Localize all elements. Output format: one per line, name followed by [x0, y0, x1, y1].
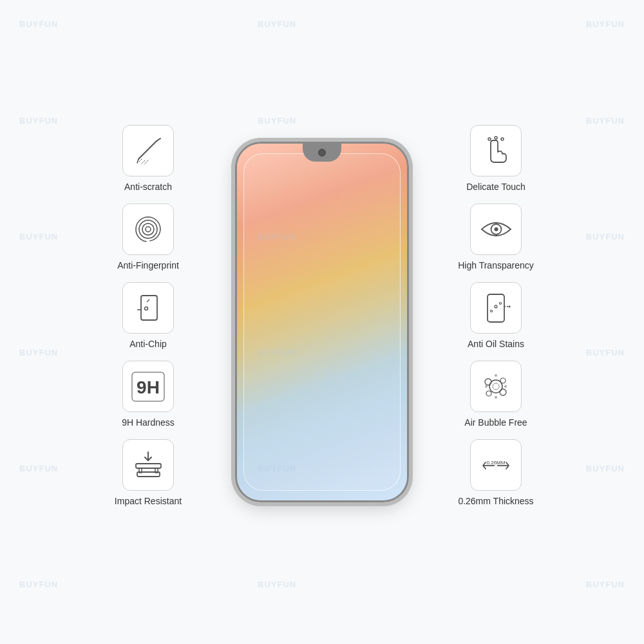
watermark: BUYFUN — [19, 348, 58, 357]
touch-icon — [479, 134, 513, 167]
svg-point-25 — [495, 305, 497, 308]
watermark: BUYFUN — [586, 580, 625, 589]
svg-point-19 — [501, 138, 504, 140]
anti-chip-label: Anti-Chip — [129, 339, 167, 349]
feature-anti-chip: Anti-Chip — [90, 282, 206, 349]
svg-text:0.26MM: 0.26MM — [487, 460, 506, 466]
svg-point-34 — [500, 389, 506, 395]
impact-resistant-label: Impact Resistant — [115, 496, 182, 506]
svg-point-20 — [488, 138, 491, 140]
watermark: BUYFUN — [258, 116, 296, 126]
chip-icon — [132, 290, 164, 326]
air-bubble-free-icon-box — [470, 361, 522, 412]
svg-text:9H: 9H — [137, 377, 160, 397]
svg-point-31 — [493, 383, 499, 390]
svg-point-8 — [145, 307, 148, 310]
thickness-icon: 0.26MM — [477, 448, 515, 483]
svg-point-22 — [494, 227, 498, 231]
left-features: Anti-scratch — [77, 125, 219, 519]
watermark: BUYFUN — [19, 116, 58, 126]
svg-point-6 — [146, 227, 151, 232]
transparency-eye-icon — [478, 213, 514, 245]
fingerprint-icon — [131, 212, 166, 247]
svg-point-39 — [495, 396, 497, 399]
thickness-icon-box: 0.26MM — [470, 439, 522, 491]
high-transparency-label: High Transparency — [458, 260, 534, 270]
anti-oil-stains-label: Anti Oil Stains — [468, 339, 524, 349]
svg-point-38 — [485, 385, 488, 388]
main-container: BUYFUN BUYFUN BUYFUN BUYFUN BUYFUN BUYFU… — [0, 0, 644, 644]
svg-line-4 — [141, 160, 145, 164]
anti-scratch-label: Anti-scratch — [124, 182, 172, 192]
anti-scratch-icon-box — [122, 125, 174, 176]
svg-line-3 — [138, 159, 142, 162]
svg-point-35 — [486, 391, 491, 396]
svg-line-1 — [156, 138, 160, 141]
feature-anti-oil-stains: Anti Oil Stains — [438, 282, 554, 349]
9h-hardness-icon: 9H — [129, 369, 167, 404]
svg-point-29 — [509, 305, 511, 307]
feature-air-bubble-free: Air Bubble Free — [438, 361, 554, 428]
anti-fingerprint-label: Anti-Fingerprint — [117, 260, 179, 270]
watermark: BUYFUN — [586, 348, 625, 357]
air-bubble-free-label: Air Bubble Free — [464, 417, 527, 428]
phone-mockup — [235, 142, 409, 502]
watermark: BUYFUN — [19, 19, 58, 29]
oil-stains-icon — [480, 290, 512, 326]
watermark: BUYFUN — [258, 580, 296, 589]
svg-point-33 — [500, 378, 506, 383]
feature-delicate-touch: Delicate Touch — [438, 125, 554, 192]
phone-camera — [318, 149, 326, 156]
feature-impact-resistant: Impact Resistant — [90, 439, 206, 506]
svg-point-26 — [500, 302, 502, 304]
anti-fingerprint-icon-box — [122, 204, 174, 255]
anti-oil-stains-icon-box — [470, 282, 522, 334]
svg-line-2 — [137, 159, 138, 163]
watermark: BUYFUN — [586, 116, 625, 126]
impact-icon — [131, 449, 166, 481]
9h-icon-box: 9H — [122, 361, 174, 412]
phone-screen — [237, 144, 407, 500]
svg-point-37 — [504, 385, 507, 388]
feature-anti-scratch: Anti-scratch — [90, 125, 206, 192]
watermark: BUYFUN — [19, 464, 58, 473]
high-transparency-icon-box — [470, 204, 522, 255]
svg-point-32 — [485, 379, 491, 385]
watermark: BUYFUN — [586, 464, 625, 473]
watermark: BUYFUN — [19, 580, 58, 589]
watermark: BUYFUN — [586, 232, 625, 242]
feature-9h-hardness: 9H 9H Hardness — [90, 361, 206, 428]
svg-line-9 — [147, 299, 149, 302]
watermark: BUYFUN — [586, 19, 625, 29]
watermark: BUYFUN — [258, 19, 296, 29]
feature-anti-fingerprint: Anti-Fingerprint — [90, 204, 206, 270]
phone-center — [219, 142, 425, 502]
feature-high-transparency: High Transparency — [438, 204, 554, 270]
impact-resistant-icon-box — [122, 439, 174, 491]
svg-point-23 — [493, 227, 495, 229]
scratch-icon — [132, 135, 164, 167]
svg-point-27 — [491, 310, 493, 312]
phone-notch — [303, 144, 341, 162]
thickness-label: 0.26mm Thickness — [458, 496, 533, 506]
svg-rect-16 — [136, 464, 161, 468]
bubble-icon — [478, 369, 514, 404]
delicate-touch-icon-box — [470, 125, 522, 176]
svg-point-36 — [495, 374, 497, 377]
svg-line-0 — [138, 141, 156, 159]
9h-hardness-label: 9H Hardness — [122, 417, 175, 428]
watermark: BUYFUN — [19, 232, 58, 242]
delicate-touch-label: Delicate Touch — [466, 182, 526, 192]
right-features: Delicate Touch High Transparency — [425, 125, 567, 519]
svg-line-5 — [144, 160, 148, 164]
anti-chip-icon-box — [122, 282, 174, 334]
feature-thickness: 0.26MM 0.26mm Thickness — [438, 439, 554, 506]
svg-point-18 — [495, 137, 497, 139]
